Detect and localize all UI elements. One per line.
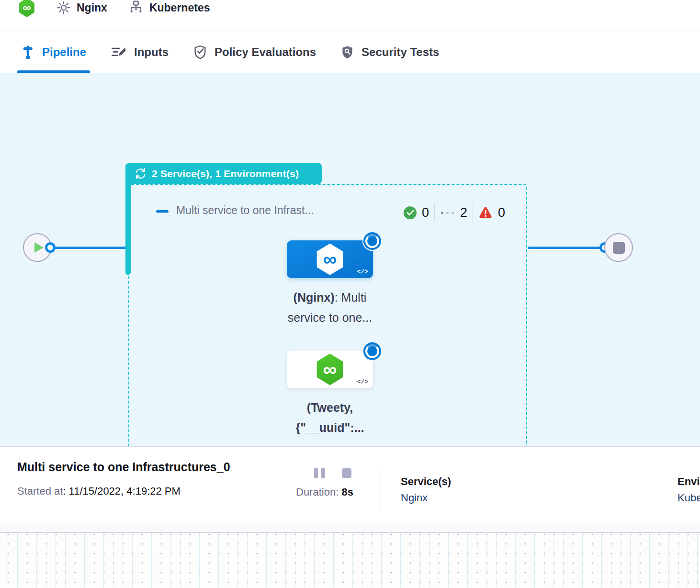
execution-title: Multi service to one Infrastructures_0 [17, 460, 230, 474]
step-node-tweety[interactable]: ∞ </> [287, 351, 373, 388]
running-dots-icon [441, 212, 454, 214]
success-count: 0 [422, 205, 429, 220]
stop-icon [613, 242, 625, 254]
footer-lower-strip [0, 523, 700, 532]
duration: Duration: 8s [296, 486, 353, 498]
label-line-1: (Tweety, [263, 397, 397, 418]
environments-link[interactable]: Kubernetes [677, 492, 700, 504]
kubernetes-cluster-icon [128, 0, 144, 15]
started-at-label: Started at [17, 485, 63, 497]
gear-icon [56, 0, 71, 15]
failed-warning-icon [478, 206, 493, 219]
header-environment-label[interactable]: Kubernetes [149, 1, 210, 14]
step-node-tweety-label: (Tweety, {"__uuid":... [263, 397, 397, 438]
pause-execution-button[interactable] [314, 468, 325, 478]
tab-policy-evaluations-label: Policy Evaluations [215, 45, 316, 59]
stage-matrix-badge[interactable]: 2 Service(s), 1 Environment(s) [126, 163, 322, 184]
tab-inputs-label: Inputs [134, 45, 169, 59]
policy-shield-icon [193, 45, 207, 59]
execution-summary-bar: Multi service to one Infrastructures_0 S… [0, 446, 700, 523]
header-service-label[interactable]: Nginx [77, 1, 107, 14]
console-dotted-area[interactable] [0, 533, 700, 588]
harness-step-icon: ∞ [315, 354, 345, 385]
execution-tabbar: Pipeline Inputs Policy Evaluations [0, 31, 700, 73]
abort-execution-button[interactable] [342, 468, 351, 478]
environments-label: Environment(s) [677, 475, 700, 488]
pipeline-execution-page: ∞ Nginx [0, 0, 700, 588]
failed-count: 0 [498, 205, 505, 220]
harness-step-icon: ∞ [315, 244, 345, 275]
loop-icon [134, 168, 147, 180]
code-badge-icon: </> [357, 268, 368, 275]
running-count: 2 [460, 205, 467, 220]
pipeline-icon [21, 45, 34, 59]
tab-security-tests[interactable]: Security Tests [337, 31, 443, 73]
edge-stage-to-end [528, 247, 605, 249]
header-service-link[interactable]: Nginx [56, 0, 107, 15]
pipeline-end-node [604, 233, 633, 262]
edge-start-to-stage [53, 247, 127, 249]
tab-policy-evaluations[interactable]: Policy Evaluations [190, 31, 320, 73]
status-divider [434, 203, 435, 222]
infinity-glyph: ∞ [323, 249, 337, 270]
duration-label: Duration: [296, 486, 339, 498]
stage-collapse-button[interactable] [156, 210, 169, 213]
stage-title: Multi service to one Infrast... [176, 204, 314, 217]
stage-status-counts: 0 2 0 [404, 203, 505, 223]
duration-value: 8s [341, 486, 353, 498]
footer-divider [381, 467, 381, 512]
step-node-nginx-label: (Nginx): Multi service to one... [263, 287, 397, 328]
start-node-port [45, 242, 56, 253]
running-spinner-icon [362, 231, 382, 251]
harness-logo-icon: ∞ [18, 0, 35, 17]
tab-pipeline-label: Pipeline [42, 45, 86, 59]
stage-matrix-badge-label: 2 Service(s), 1 Environment(s) [152, 168, 299, 180]
execution-header: ∞ Nginx [0, 0, 700, 31]
tab-inputs[interactable]: Inputs [107, 31, 172, 73]
tab-pipeline[interactable]: Pipeline [17, 31, 90, 73]
label-line-2: {"__uuid":... [263, 418, 397, 438]
success-check-icon [404, 206, 417, 219]
pipeline-canvas[interactable]: 2 Service(s), 1 Environment(s) Multi ser… [0, 73, 700, 446]
started-at: Started at: 11/15/2022, 4:19:22 PM [17, 485, 181, 498]
started-at-value: : 11/15/2022, 4:19:22 PM [63, 485, 180, 497]
infinity-glyph: ∞ [323, 359, 337, 380]
running-spinner-icon [362, 341, 382, 361]
tab-security-tests-label: Security Tests [361, 45, 439, 59]
header-environment-link[interactable]: Kubernetes [128, 0, 210, 15]
security-shield-icon [341, 45, 354, 59]
label-line-2: service to one... [263, 307, 397, 328]
services-label: Service(s) [401, 475, 451, 488]
status-divider [473, 203, 473, 222]
services-link[interactable]: Nginx [401, 492, 428, 504]
inputs-icon [111, 45, 126, 59]
label-line-1: (Nginx): Multi [263, 287, 397, 307]
infinity-glyph: ∞ [23, 1, 31, 14]
step-node-nginx[interactable]: ∞ </> [287, 240, 373, 278]
play-icon [34, 242, 44, 253]
code-badge-icon: </> [357, 378, 368, 385]
